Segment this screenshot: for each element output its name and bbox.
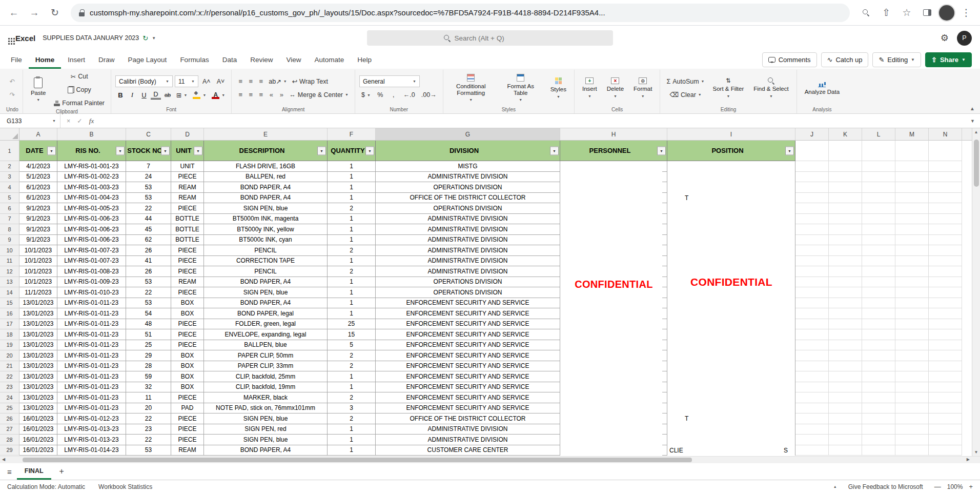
empty-cell[interactable] [829, 371, 862, 382]
empty-cell[interactable] [795, 266, 829, 277]
cell-D7[interactable]: BOTTLE [171, 214, 204, 225]
column-header-G[interactable]: G [376, 128, 560, 141]
cell-G29[interactable]: CUSTOMER CARE CENTER [376, 445, 560, 456]
empty-cell[interactable] [862, 203, 895, 214]
cell-E6[interactable]: SIGN PEN, blue [204, 203, 328, 214]
cell-I17[interactable] [667, 319, 795, 330]
cell-I24[interactable] [667, 392, 795, 403]
cell-D10[interactable]: PIECE [171, 245, 204, 256]
cell-E13[interactable]: BOND PAPER, A4 [204, 277, 328, 288]
row-header-26[interactable]: 26 [0, 413, 19, 424]
cell-A6[interactable]: 9/1/2023 [19, 203, 57, 214]
number-format-select[interactable]: General▼ [359, 75, 420, 87]
cell-B18[interactable]: LMY-RIS-01-011-23 [57, 329, 126, 340]
empty-cell[interactable] [895, 256, 929, 267]
empty-cell[interactable] [895, 193, 929, 204]
cell-H5[interactable] [560, 193, 667, 204]
empty-cell[interactable] [862, 319, 895, 330]
cell-I26[interactable]: T [667, 413, 795, 424]
row-header-3[interactable]: 3 [0, 172, 19, 183]
bold-button[interactable]: B [115, 89, 126, 101]
format-cells-button[interactable]: ⚙ Format ▼ [630, 76, 656, 99]
cell-A16[interactable]: 13/01/2023 [19, 308, 57, 319]
empty-cell[interactable] [929, 382, 962, 393]
column-header-A[interactable]: A [19, 128, 57, 141]
row-header-12[interactable]: 12 [0, 266, 19, 277]
cell-F28[interactable]: 1 [328, 435, 376, 445]
share-page-icon[interactable]: ⇧ [877, 4, 895, 22]
merge-center-button[interactable]: ↔ Merge & Center▼ [287, 89, 351, 101]
empty-cell[interactable] [795, 182, 829, 193]
find-select-button[interactable]: Find & Select ▼ [750, 76, 792, 99]
tab-view[interactable]: View [279, 50, 308, 69]
chevron-up-icon[interactable]: ▲ [833, 485, 837, 488]
cell-I22[interactable] [667, 371, 795, 382]
cell-A2[interactable]: 4/1/2023 [19, 161, 57, 172]
empty-cell[interactable] [895, 203, 929, 214]
row-header-19[interactable]: 19 [0, 340, 19, 351]
empty-cell[interactable] [862, 161, 895, 172]
empty-cell[interactable] [795, 350, 829, 361]
cell-F16[interactable]: 1 [328, 308, 376, 319]
empty-cell[interactable] [895, 435, 929, 445]
empty-cell[interactable] [929, 413, 962, 424]
cell-G19[interactable]: ENFORCEMENT SECURITY AND SERVICE [376, 340, 560, 351]
cell-A23[interactable]: 13/01/2023 [19, 382, 57, 393]
cell-D27[interactable]: PIECE [171, 424, 204, 435]
cell-C28[interactable]: 22 [126, 435, 171, 445]
cell-D23[interactable]: BOX [171, 382, 204, 393]
empty-cell[interactable] [862, 182, 895, 193]
cell-F23[interactable]: 1 [328, 382, 376, 393]
cell-F6[interactable]: 2 [328, 203, 376, 214]
empty-cell[interactable] [829, 235, 862, 246]
empty-cell[interactable] [929, 329, 962, 340]
cell-B6[interactable]: LMY-RIS-01-005-23 [57, 203, 126, 214]
cell-H29[interactable] [560, 445, 667, 456]
cell-B2[interactable]: LMY-RIS-01-001-23 [57, 161, 126, 172]
cell-E16[interactable]: BOND PAPER, legal [204, 308, 328, 319]
cell-C13[interactable]: 53 [126, 277, 171, 288]
feedback-link[interactable]: Give Feedback to Microsoft [848, 483, 923, 490]
comma-format-button[interactable]: , [388, 89, 399, 101]
delete-cells-button[interactable]: × Delete ▼ [603, 76, 627, 99]
cell-A24[interactable]: 13/01/2023 [19, 392, 57, 403]
cell-C20[interactable]: 29 [126, 350, 171, 361]
cell-B9[interactable]: LMY-RIS-01-006-23 [57, 235, 126, 246]
cell-F24[interactable]: 2 [328, 392, 376, 403]
empty-cell[interactable] [829, 161, 862, 172]
sheet-list-icon[interactable]: ≡ [7, 467, 12, 476]
cell-C4[interactable]: 53 [126, 182, 171, 193]
cell-G10[interactable]: ADMINISTRATIVE DIVISION [376, 245, 560, 256]
side-panel-icon[interactable] [918, 4, 936, 22]
empty-cell[interactable] [895, 298, 929, 309]
cell-E19[interactable]: BALLPEN, blue [204, 340, 328, 351]
cell-B27[interactable]: LMY-RIS-01-013-23 [57, 424, 126, 435]
row-header-23[interactable]: 23 [0, 382, 19, 393]
cell-E20[interactable]: PAPER CLIP, 50mm [204, 350, 328, 361]
cell-F18[interactable]: 15 [328, 329, 376, 340]
empty-cell[interactable] [829, 319, 862, 330]
format-as-table-button[interactable]: Format As Table ▼ [497, 73, 544, 103]
cell-G12[interactable]: ADMINISTRATIVE DIVISION [376, 266, 560, 277]
cell-I13[interactable] [667, 277, 795, 288]
cell-G13[interactable]: OPERATIONS DIVISION [376, 277, 560, 288]
empty-cell[interactable] [862, 329, 895, 340]
cell-B21[interactable]: LMY-RIS-01-011-23 [57, 361, 126, 372]
empty-cell[interactable] [795, 413, 829, 424]
cell-H24[interactable] [560, 392, 667, 403]
cell-G14[interactable]: OPERATIONS DIVISION [376, 287, 560, 298]
cell-B17[interactable]: LMY-RIS-01-011-23 [57, 319, 126, 330]
empty-cell[interactable] [895, 319, 929, 330]
empty-cell[interactable] [929, 361, 962, 372]
cell-A27[interactable]: 16/01/2023 [19, 424, 57, 435]
cell-G11[interactable]: ADMINISTRATIVE DIVISION [376, 256, 560, 267]
browser-menu-icon[interactable]: ⋮ [957, 4, 975, 22]
cell-G7[interactable]: ADMINISTRATIVE DIVISION [376, 214, 560, 225]
cancel-entry-icon[interactable]: × [67, 117, 70, 125]
cell-E21[interactable]: PAPER CLIP, 33mm [204, 361, 328, 372]
row-header-1[interactable]: 1 [0, 141, 19, 161]
editing-mode-button[interactable]: ✎ Editing ▼ [872, 52, 921, 67]
name-box[interactable]: G133 ▼ [0, 114, 60, 128]
cell-F22[interactable]: 1 [328, 371, 376, 382]
scroll-down-icon[interactable]: ▼ [972, 450, 980, 455]
